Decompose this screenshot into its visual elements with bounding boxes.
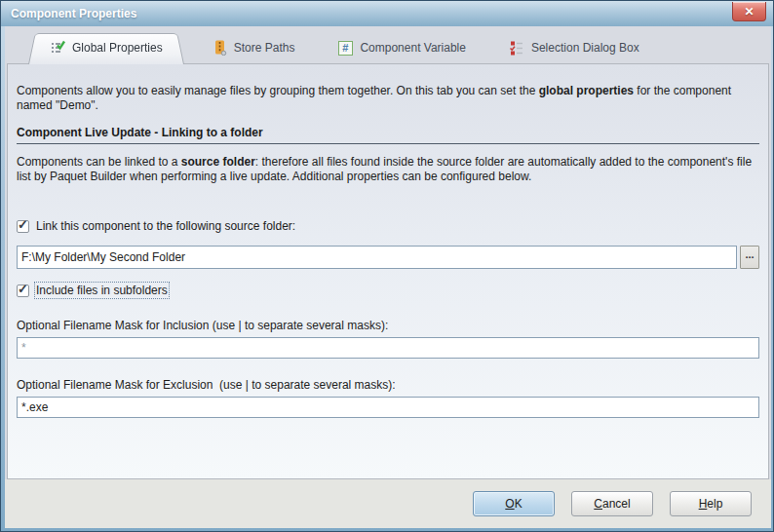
button-bar: OK Cancel Help: [5, 479, 771, 528]
include-subfolders-checkbox-row[interactable]: ✓ Include files in subfolders: [17, 284, 759, 297]
exclusion-mask-label: Optional Filename Mask for Exclusion (us…: [17, 378, 759, 392]
close-button[interactable]: ✕: [732, 2, 766, 21]
description-text: Components can be linked to a: [17, 155, 181, 169]
tab-strip: Global Properties Store Paths # Componen…: [5, 26, 771, 63]
ok-button[interactable]: OK: [473, 491, 555, 516]
cancel-label-rest: ancel: [602, 497, 631, 511]
tab-label: Store Paths: [234, 41, 295, 55]
intro-text: Components allow you to easily manage fi…: [17, 84, 539, 97]
inclusion-mask-input[interactable]: [17, 337, 759, 359]
source-folder-row: ...: [17, 246, 759, 269]
section-heading: Component Live Update - Linking to a fol…: [17, 126, 759, 144]
ok-label: O: [505, 497, 514, 511]
zipper-icon: [212, 40, 227, 56]
source-folder-input[interactable]: [17, 246, 737, 269]
checklist-check-icon: [50, 40, 65, 56]
ok-label-rest: K: [515, 497, 522, 511]
link-source-folder-checkbox[interactable]: ✓: [17, 220, 29, 233]
red-checklist-icon: [509, 40, 524, 56]
tab-label: Global Properties: [72, 41, 163, 55]
cancel-button[interactable]: Cancel: [571, 491, 653, 516]
tab-page-global-properties: Components allow you to easily manage fi…: [7, 63, 769, 479]
include-subfolders-label[interactable]: Include files in subfolders: [36, 284, 168, 297]
tab-store-paths[interactable]: Store Paths: [196, 32, 311, 63]
description-paragraph: Components can be linked to a source fol…: [17, 155, 759, 184]
tab-component-variable[interactable]: # Component Variable: [322, 32, 482, 63]
tab-label: Component Variable: [360, 41, 466, 55]
checkmark-icon: ✓: [18, 283, 28, 295]
tab-selection-dialog-box[interactable]: Selection Dialog Box: [493, 32, 655, 63]
close-icon: ✕: [744, 5, 754, 19]
component-properties-dialog: Component Properties ✕ Global Propert: [0, 0, 774, 532]
intro-paragraph: Components allow you to easily manage fi…: [17, 84, 759, 113]
exclusion-mask-input[interactable]: [17, 397, 759, 418]
browse-button[interactable]: ...: [740, 246, 759, 269]
titlebar: Component Properties: [1, 1, 773, 26]
hash-icon: #: [337, 40, 353, 56]
intro-bold-text: global properties: [539, 84, 634, 97]
link-source-folder-checkbox-row[interactable]: ✓ Link this component to the following s…: [17, 219, 759, 233]
include-subfolders-checkbox[interactable]: ✓: [17, 285, 29, 297]
link-source-folder-label[interactable]: Link this component to the following sou…: [36, 219, 295, 233]
description-bold-text: source folder: [181, 155, 255, 169]
dialog-frame: Global Properties Store Paths # Componen…: [5, 26, 771, 528]
help-button[interactable]: Help: [670, 491, 752, 516]
cancel-label: C: [594, 497, 602, 511]
tab-label: Selection Dialog Box: [531, 41, 639, 55]
window-title: Component Properties: [11, 7, 136, 20]
help-label-rest: elp: [707, 497, 722, 511]
inclusion-mask-label: Optional Filename Mask for Inclusion (us…: [17, 319, 759, 332]
tab-global-properties[interactable]: Global Properties: [28, 30, 184, 64]
checkmark-icon: ✓: [18, 218, 28, 231]
